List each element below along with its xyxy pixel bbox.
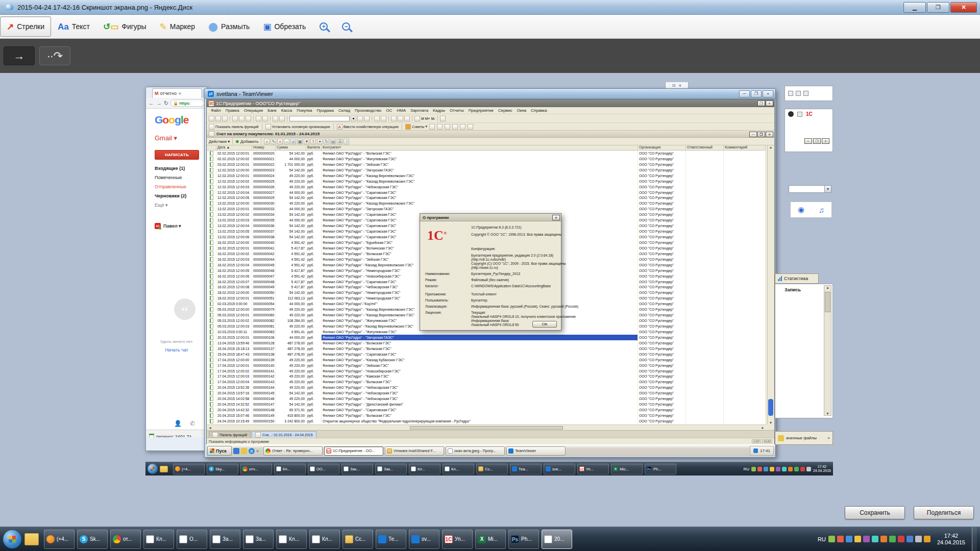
table-row[interactable]: 12.02.2015 12:00:040000000002744 000,00р… [207, 190, 766, 195]
toolbar-icon[interactable] [232, 116, 238, 121]
menu-ос[interactable]: ОС [386, 108, 392, 113]
task-button[interactable]: Кл... [276, 530, 307, 549]
toolbar-icon[interactable] [440, 116, 446, 121]
zoom-out-icon[interactable]: − [342, 22, 350, 31]
table-row[interactable]: 24.04.2015 10:15:49000000001503 242 800,… [207, 418, 766, 424]
action-icon[interactable]: ☰ [337, 139, 342, 144]
task-button[interactable]: Кл... [309, 530, 340, 549]
tray-icon[interactable] [753, 448, 758, 453]
close-button[interactable]: × [822, 138, 829, 144]
toolbar-icon[interactable] [273, 116, 278, 121]
tray-icon[interactable] [770, 467, 774, 471]
action-icon[interactable]: Т [310, 139, 316, 144]
action-icon[interactable]: ✎ [271, 139, 276, 144]
contacts-icon[interactable]: 👤 [174, 420, 182, 427]
statistics-tab[interactable]: Статистика [775, 273, 819, 284]
column-header-4[interactable]: Валюта [306, 145, 322, 151]
chevron-down-icon[interactable]: ▼ [824, 186, 831, 192]
tray-icon[interactable] [880, 536, 887, 542]
remote-task-button[interactable]: скан акта.jpeg - Прогр... [446, 446, 505, 456]
tray-icon[interactable] [837, 536, 844, 542]
task-button[interactable]: Сс... [476, 464, 508, 474]
task-button[interactable]: XМі... [475, 530, 506, 549]
minimize-button[interactable]: ─ [739, 90, 750, 97]
table-row[interactable]: 17.04.2015 12:00:010000000014049 220,00р… [207, 363, 766, 368]
фигуры-tool-button[interactable]: ↺▭Фигуры [96, 16, 153, 37]
table-row[interactable]: 13.02.2015 12:00:010000000003344 000,00р… [207, 206, 766, 212]
action-icon[interactable]: ▤ [330, 139, 336, 144]
обрезать-tool-button[interactable]: ▣Обрезать [256, 16, 312, 37]
remote-task-button[interactable]: Vmware-host\Shared F... [385, 446, 444, 456]
scroll-left-arrow[interactable]: ◄ [208, 426, 212, 430]
tray-icon[interactable] [915, 536, 922, 542]
toolbar-icon[interactable] [374, 116, 380, 121]
document-list-titlebar[interactable]: Счет на оплату покупателю: 01.01.2015 - … [207, 131, 774, 138]
language-indicator[interactable]: RU [743, 467, 749, 471]
table-row[interactable]: 17.04.2015 12:00:030000000014249 220,00р… [207, 374, 766, 380]
table-row[interactable]: 12.02.2015 12:00:030000000002649 220,00р… [207, 184, 766, 190]
task-button[interactable]: sve... [544, 464, 575, 474]
column-header-6[interactable]: Организация [638, 145, 686, 151]
toolbar-icon[interactable] [246, 116, 251, 121]
explorer-icon[interactable] [24, 533, 39, 545]
task-button[interactable]: PsPh... [508, 530, 539, 549]
menu-предприятие[interactable]: Предприятие [469, 108, 494, 113]
minimize-button[interactable]: ▁ [903, 2, 926, 13]
quicklaunch-folder-icon[interactable] [241, 448, 247, 454]
table-row[interactable]: 20.03.2015 12:00:010000000010644 000,00р… [207, 335, 766, 340]
zoom-in-icon[interactable]: + [320, 22, 328, 31]
menu-покупка[interactable]: Покупка [297, 108, 312, 113]
table-row[interactable]: 17.04.2015 12:00:000000000013949 220,00р… [207, 357, 766, 363]
tray-icon[interactable] [794, 467, 799, 471]
sidebar-link[interactable]: Отправленные [155, 184, 186, 189]
menu-окна[interactable]: Окна [517, 108, 526, 113]
task-button[interactable]: sv... [409, 530, 439, 549]
forward-icon[interactable]: → [156, 100, 162, 106]
sidebar-link[interactable]: Ещё ▾ [155, 203, 167, 208]
task-button[interactable]: Кл... [409, 464, 440, 474]
record-dot-icon[interactable] [788, 111, 794, 117]
scroll-thumb[interactable] [825, 292, 830, 312]
table-row[interactable]: 12.02.2015 12:00:050000000002954 142,00р… [207, 195, 766, 201]
funcbar-0[interactable]: Показать панель функций [209, 124, 259, 130]
funcbar-extra-icon[interactable] [445, 124, 450, 130]
tray-icon[interactable] [854, 536, 861, 542]
scroll-thumb[interactable] [768, 399, 773, 416]
download-file-name[interactable]: перенос 2401.7z [156, 434, 191, 437]
toolbar-icon[interactable] [262, 116, 268, 121]
toolbar-icon[interactable] [357, 116, 363, 121]
tab-close-icon[interactable]: ✕ [178, 91, 182, 96]
share-button[interactable]: Поделиться [914, 506, 974, 519]
menu-склад[interactable]: Склад [338, 108, 350, 113]
tray-icon[interactable] [806, 467, 811, 471]
menu-справка[interactable]: Справка [531, 108, 547, 113]
toolbar-icon[interactable] [381, 116, 386, 121]
funcbar-extra-icon[interactable] [452, 124, 458, 130]
scroll-down-arrow[interactable]: ▼ [768, 421, 774, 424]
teamviewer-titlebar[interactable]: ⇄ svetlana - TeamViewer ─ ❐ × [205, 89, 775, 99]
menu-нма[interactable]: НМА [397, 108, 406, 113]
action-icon[interactable]: ◎ [290, 139, 296, 144]
table-row[interactable]: 15.04.2015 15:18:1300000000137487 278,00… [207, 346, 766, 352]
toolbar-icon[interactable] [364, 116, 370, 121]
menu-отчеты[interactable]: Отчеты [450, 108, 464, 113]
table-row[interactable]: 17.04.2015 12:00:040000000014349 220,00р… [207, 379, 766, 385]
table-row[interactable]: 20.04.2015 13:57:160000000014554 142,00р… [207, 390, 766, 396]
action-icon[interactable]: × [277, 139, 283, 144]
toolbar-icon[interactable] [256, 116, 261, 121]
tray-icon[interactable] [898, 536, 904, 542]
close-icon[interactable]: × [552, 215, 560, 220]
toolbar-icon[interactable] [391, 116, 397, 121]
menu-производство[interactable]: Производство [355, 108, 381, 113]
funcbar-extra-icon[interactable] [429, 124, 435, 130]
grid-icon[interactable] [796, 91, 801, 96]
actions-menu[interactable]: Действия ▾ [209, 139, 230, 144]
menu-продажа[interactable]: Продажа [317, 108, 334, 113]
action-icon[interactable]: ＋ [264, 139, 270, 144]
tray-icon[interactable] [889, 536, 896, 542]
table-row[interactable]: 20.04.2015 15:07:4600000000149415 800,00… [207, 413, 766, 418]
toolbar-icon[interactable] [414, 116, 420, 121]
action-icon[interactable]: ▼ [304, 139, 309, 144]
menu-банк[interactable]: Банк [267, 108, 277, 113]
menu-кадры[interactable]: Кадры [433, 108, 445, 113]
